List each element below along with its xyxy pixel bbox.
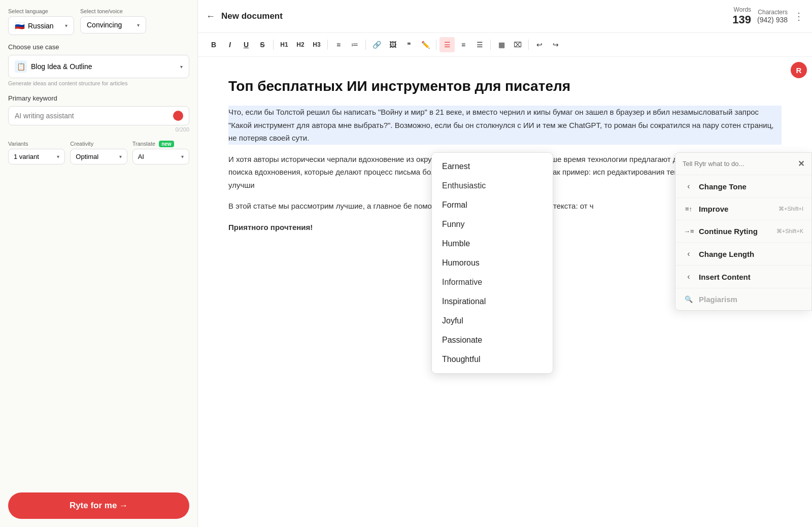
document-heading: Топ бесплатных ИИ инструментов для писат… — [228, 77, 782, 95]
tone-value: Convincing — [87, 21, 122, 29]
toolbar-separator-6 — [528, 40, 529, 50]
tone-item-humble[interactable]: Humble — [432, 234, 553, 253]
tone-item-informative[interactable]: Informative — [432, 273, 553, 292]
change-tone-label: Change Tone — [699, 182, 803, 191]
back-arrow-icon[interactable]: ← — [206, 11, 215, 22]
quote-button[interactable]: ❝ — [401, 37, 417, 52]
words-label: Words — [732, 6, 751, 13]
sidebar: Select language 🇷🇺 Russian ▾ Select tone… — [0, 0, 198, 527]
strikethrough-button[interactable]: S — [255, 37, 270, 52]
ai-plagiarism-item[interactable]: 🔍 Plagiarism — [675, 288, 811, 310]
brush-button[interactable]: ✏️ — [418, 37, 433, 52]
change-length-label: Change Length — [699, 250, 803, 258]
toolbar-separator-5 — [490, 40, 491, 50]
more-options-button[interactable]: ⋮ — [794, 10, 804, 22]
ai-insert-content-item[interactable]: ‹ Insert Content — [675, 266, 811, 288]
ordered-list-button[interactable]: ≔ — [347, 37, 362, 52]
language-label: Select language — [8, 8, 74, 14]
variants-label: Variants — [8, 141, 65, 147]
toolbar-separator-2 — [327, 40, 328, 50]
underline-button[interactable]: U — [239, 37, 254, 52]
continue-ryting-icon: →≡ — [684, 227, 694, 235]
use-case-icon: 📋 — [15, 60, 27, 73]
tone-item-humorous[interactable]: Humorous — [432, 253, 553, 273]
ai-improve-item[interactable]: ≡↑ Improve ⌘+Shift+I — [675, 198, 811, 220]
variants-group: Variants 1 variant ▾ — [8, 141, 65, 164]
translate-chevron-icon: ▾ — [181, 154, 184, 159]
creativity-dropdown[interactable]: Optimal ▾ — [70, 149, 127, 164]
table-button[interactable]: ▦ — [494, 37, 509, 52]
h1-button[interactable]: H1 — [277, 37, 292, 52]
document-title[interactable]: New document — [221, 11, 726, 21]
ai-change-length-item[interactable]: ‹ Change Length — [675, 243, 811, 266]
tone-item-earnest[interactable]: Earnest — [432, 157, 553, 176]
main-editor-area: ← New document Words 139 Characters (942… — [198, 0, 812, 527]
link-button[interactable]: 🔗 — [369, 37, 384, 52]
ryte-btn-label: Ryte for me → — [70, 501, 128, 511]
ai-command-input[interactable] — [683, 160, 795, 168]
h3-button[interactable]: H3 — [309, 37, 324, 52]
improve-shortcut: ⌘+Shift+I — [779, 206, 803, 212]
tone-label: Select tone/voice — [80, 8, 146, 14]
variants-value: 1 variant — [14, 153, 39, 160]
language-select-group: Select language 🇷🇺 Russian ▾ — [8, 8, 74, 35]
italic-button[interactable]: I — [222, 37, 238, 52]
align-center-button[interactable]: ≡ — [456, 37, 471, 52]
unordered-list-button[interactable]: ≡ — [331, 37, 346, 52]
language-flag: 🇷🇺 — [15, 21, 25, 30]
ryte-for-me-button[interactable]: Ryte for me → — [8, 492, 189, 519]
bold-button[interactable]: B — [206, 37, 221, 52]
ai-panel-header: ✕ — [675, 153, 811, 175]
continue-ryting-shortcut: ⌘+Shift+K — [776, 228, 803, 235]
tone-item-funny[interactable]: Funny — [432, 215, 553, 234]
tone-item-formal[interactable]: Formal — [432, 195, 553, 215]
ai-change-tone-item[interactable]: ‹ Change Tone — [675, 175, 811, 198]
translate-label: Translate new — [132, 141, 189, 147]
clear-format-button[interactable]: ⌧ — [510, 37, 525, 52]
toolbar-separator-3 — [365, 40, 366, 50]
creativity-value: Optimal — [76, 153, 98, 160]
creativity-label: Creativity — [70, 141, 127, 147]
translate-dropdown[interactable]: AI ▾ — [132, 149, 189, 164]
improve-label: Improve — [699, 205, 773, 213]
avatar: R — [791, 62, 807, 78]
use-case-value: Blog Idea & Outline — [31, 62, 92, 71]
ai-panel-close-button[interactable]: ✕ — [798, 159, 804, 169]
redo-button[interactable]: ↪ — [548, 37, 563, 52]
creativity-group: Creativity Optimal ▾ — [70, 141, 127, 164]
align-left-button[interactable]: ☰ — [439, 37, 455, 52]
language-dropdown[interactable]: 🇷🇺 Russian ▾ — [8, 16, 74, 35]
char-count-display: Characters (942) 938 — [757, 9, 788, 24]
tone-item-enthusiastic[interactable]: Enthusiastic — [432, 176, 553, 195]
tone-item-thoughtful[interactable]: Thoughtful — [432, 350, 553, 369]
tone-item-joyful[interactable]: Joyful — [432, 311, 553, 331]
insert-content-label: Insert Content — [699, 273, 803, 281]
ai-assistant-panel: ✕ ‹ Change Tone ≡↑ Improve ⌘+Shift+I →≡ … — [675, 152, 812, 311]
tone-select-group: Select tone/voice Convincing ▾ — [80, 8, 146, 35]
tone-item-inspirational[interactable]: Inspirational — [432, 292, 553, 311]
tone-dropdown-btn[interactable]: Convincing ▾ — [80, 16, 146, 34]
keyword-input[interactable] — [8, 106, 189, 125]
h2-button[interactable]: H2 — [293, 37, 308, 52]
undo-button[interactable]: ↩ — [532, 37, 547, 52]
primary-keyword-section: Primary keyword 0/200 — [8, 94, 189, 133]
insert-content-icon: ‹ — [684, 272, 694, 281]
toolbar-separator-1 — [273, 40, 274, 50]
toolbar-separator-4 — [436, 40, 436, 50]
ai-continue-ryting-item[interactable]: →≡ Continue Ryting ⌘+Shift+K — [675, 220, 811, 243]
variants-dropdown[interactable]: 1 variant ▾ — [8, 149, 65, 164]
image-button[interactable]: 🖼 — [385, 37, 400, 52]
language-chevron-icon: ▾ — [65, 23, 67, 28]
red-dot-indicator — [173, 111, 183, 121]
tone-item-passionate[interactable]: Passionate — [432, 331, 553, 350]
paragraph-1: Что, если бы Толстой решил бы написать "… — [228, 106, 782, 145]
align-right-button[interactable]: ☰ — [472, 37, 487, 52]
word-count-display: Words 139 — [732, 6, 751, 26]
continue-ryting-label: Continue Ryting — [699, 227, 771, 236]
use-case-dropdown[interactable]: 📋 Blog Idea & Outline ▾ — [8, 55, 189, 78]
chars-count: (942) 938 — [757, 16, 788, 24]
primary-keyword-label: Primary keyword — [8, 94, 189, 102]
plagiarism-icon: 🔍 — [684, 295, 694, 303]
language-value: Russian — [28, 22, 54, 30]
tone-chevron-icon: ▾ — [137, 22, 140, 28]
